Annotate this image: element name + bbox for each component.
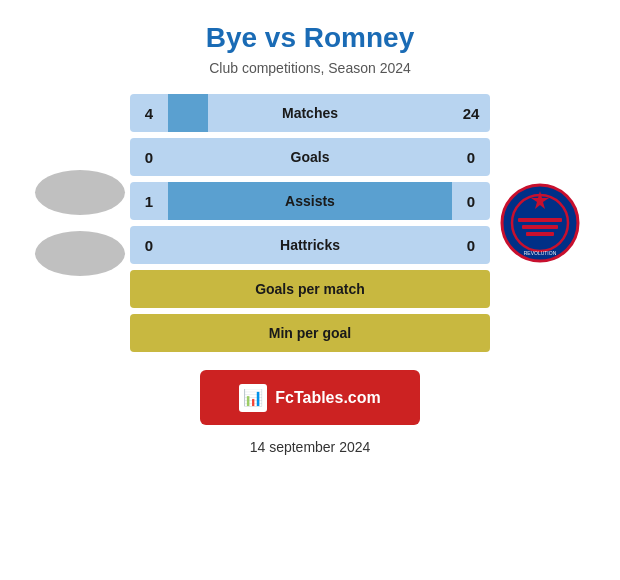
goals-label: Goals bbox=[291, 149, 330, 165]
hattricks-bar: Hattricks bbox=[168, 226, 452, 264]
hattricks-right-val: 0 bbox=[452, 226, 490, 264]
stat-row-goals: 0 Goals 0 bbox=[130, 138, 490, 176]
goals-left-val: 0 bbox=[130, 138, 168, 176]
stat-row-min-per-goal: Min per goal bbox=[130, 314, 490, 352]
matches-bar: Matches bbox=[168, 94, 452, 132]
subtitle: Club competitions, Season 2024 bbox=[209, 60, 411, 76]
assists-right-val: 0 bbox=[452, 182, 490, 220]
stat-row-hattricks: 0 Hattricks 0 bbox=[130, 226, 490, 264]
svg-rect-5 bbox=[526, 232, 554, 236]
stats-block: 4 Matches 24 0 Goals 0 1 Assists 0 bbox=[130, 94, 490, 352]
fctables-banner: 📊 FcTables.com bbox=[200, 370, 420, 425]
stat-row-matches: 4 Matches 24 bbox=[130, 94, 490, 132]
assists-left-val: 1 bbox=[130, 182, 168, 220]
romney-logo-svg: REVOLUTION bbox=[500, 183, 580, 263]
goals-right-val: 0 bbox=[452, 138, 490, 176]
team-logo-romney: REVOLUTION bbox=[490, 183, 590, 263]
stat-row-goals-per-match: Goals per match bbox=[130, 270, 490, 308]
goals-per-match-label: Goals per match bbox=[255, 281, 365, 297]
stat-row-assists: 1 Assists 0 bbox=[130, 182, 490, 220]
goals-bar: Goals bbox=[168, 138, 452, 176]
page-title: Bye vs Romney bbox=[206, 22, 415, 54]
goals-per-match-bar: Goals per match bbox=[130, 270, 490, 308]
min-per-goal-label: Min per goal bbox=[269, 325, 351, 341]
svg-rect-3 bbox=[518, 218, 562, 222]
svg-rect-4 bbox=[522, 225, 558, 229]
hattricks-left-val: 0 bbox=[130, 226, 168, 264]
matches-right-val: 24 bbox=[452, 94, 490, 132]
chart-icon: 📊 bbox=[243, 388, 263, 407]
matches-label: Matches bbox=[282, 105, 338, 121]
team-logo-bye bbox=[30, 170, 130, 276]
fctables-icon: 📊 bbox=[239, 384, 267, 412]
assists-label: Assists bbox=[285, 193, 335, 209]
matches-left-val: 4 bbox=[130, 94, 168, 132]
hattricks-label: Hattricks bbox=[280, 237, 340, 253]
date-text: 14 september 2024 bbox=[250, 439, 371, 455]
min-per-goal-bar: Min per goal bbox=[130, 314, 490, 352]
svg-text:REVOLUTION: REVOLUTION bbox=[524, 250, 557, 256]
fctables-text: FcTables.com bbox=[275, 389, 381, 407]
assists-bar: Assists bbox=[168, 182, 452, 220]
